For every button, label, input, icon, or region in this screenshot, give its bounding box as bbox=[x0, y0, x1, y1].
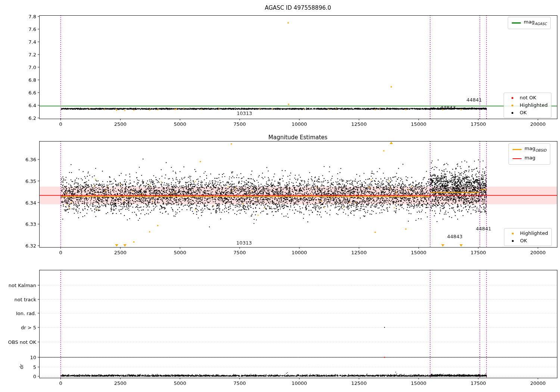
figure: AGASC ID 497558896.0 Magnitude Estimates… bbox=[0, 0, 560, 392]
plots-canvas bbox=[0, 0, 560, 392]
